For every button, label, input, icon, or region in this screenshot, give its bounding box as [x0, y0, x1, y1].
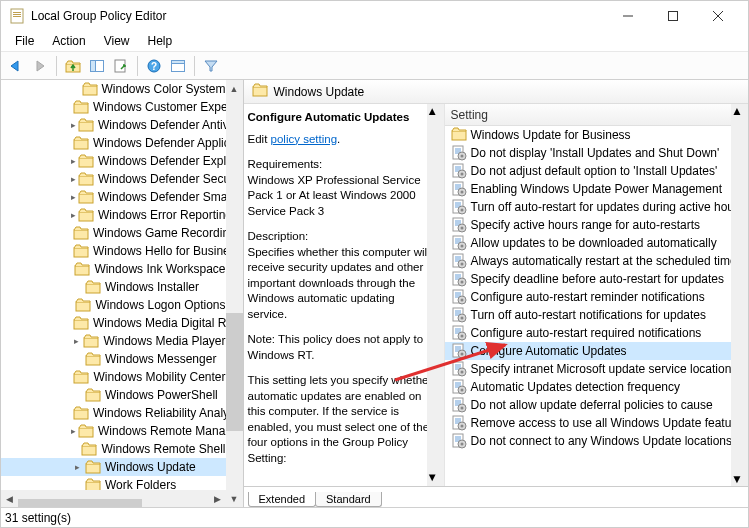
settings-list-column: Setting Windows Update for BusinessDo no… — [444, 104, 748, 486]
menu-file[interactable]: File — [7, 32, 42, 50]
expander-icon[interactable] — [71, 281, 83, 293]
tree-item[interactable]: ▸Windows Media Player — [1, 332, 226, 350]
expander-icon[interactable]: ▸ — [71, 155, 76, 167]
expander-icon[interactable] — [71, 83, 80, 95]
show-hide-tree-button[interactable] — [86, 55, 108, 77]
expander-icon[interactable] — [71, 299, 73, 311]
setting-row[interactable]: Specify intranet Microsoft update servic… — [445, 360, 748, 378]
expander-icon[interactable]: ▸ — [71, 173, 76, 185]
tree-item[interactable]: Work Folders — [1, 476, 226, 490]
policy-icon — [451, 397, 467, 413]
tree-item[interactable]: Windows Remote Shell — [1, 440, 226, 458]
setting-row[interactable]: Automatic Updates detection frequency — [445, 378, 748, 396]
setting-row[interactable]: Configure Automatic Updates — [445, 342, 748, 360]
setting-row[interactable]: Always automatically restart at the sche… — [445, 252, 748, 270]
tree-item[interactable]: ▸Windows Defender Security Center — [1, 170, 226, 188]
scroll-down-icon[interactable]: ▼ — [427, 470, 444, 486]
expander-icon[interactable]: ▸ — [71, 425, 76, 437]
requirements-label: Requirements: — [248, 158, 323, 170]
expander-icon[interactable] — [71, 389, 83, 401]
settings-list[interactable]: Windows Update for BusinessDo not displa… — [445, 126, 748, 486]
menu-help[interactable]: Help — [140, 32, 181, 50]
menu-view[interactable]: View — [96, 32, 138, 50]
tree-horizontal-scrollbar[interactable]: ◀ ▶ — [1, 490, 226, 507]
expander-icon[interactable] — [71, 443, 79, 455]
menu-action[interactable]: Action — [44, 32, 93, 50]
forward-button[interactable] — [29, 55, 51, 77]
setting-label: Configure auto-restart reminder notifica… — [471, 290, 705, 304]
expander-icon[interactable]: ▸ — [71, 119, 76, 131]
tree-item[interactable]: Windows Hello for Business — [1, 242, 226, 260]
setting-row[interactable]: Windows Update for Business — [445, 126, 748, 144]
tree-item[interactable]: Windows Installer — [1, 278, 226, 296]
scroll-left-icon[interactable]: ◀ — [1, 490, 18, 507]
setting-row[interactable]: Allow updates to be downloaded automatic… — [445, 234, 748, 252]
tree-item[interactable]: Windows PowerShell — [1, 386, 226, 404]
tree-item[interactable]: Windows Ink Workspace — [1, 260, 226, 278]
setting-row[interactable]: Turn off auto-restart notifications for … — [445, 306, 748, 324]
tree-item[interactable]: Windows Customer Experience Improvement … — [1, 98, 226, 116]
scroll-down-icon[interactable]: ▼ — [731, 472, 748, 486]
tree-item[interactable]: Windows Defender Application Guard — [1, 134, 226, 152]
tree-item[interactable]: ▸Windows Update — [1, 458, 226, 476]
scroll-right-icon[interactable]: ▶ — [209, 490, 226, 507]
scroll-up-icon[interactable]: ▲ — [427, 104, 444, 120]
folder-icon — [85, 388, 101, 402]
tree-item[interactable]: ▸Windows Defender Exploit Guard — [1, 152, 226, 170]
expander-icon[interactable] — [71, 263, 72, 275]
edit-policy-link[interactable]: policy setting — [271, 133, 337, 145]
tree-item[interactable]: ▸Windows Error Reporting — [1, 206, 226, 224]
tree-item[interactable]: Windows Game Recording and Broadcasting — [1, 224, 226, 242]
properties-button[interactable] — [167, 55, 189, 77]
tree-item[interactable]: Windows Logon Options — [1, 296, 226, 314]
setting-row[interactable]: Turn off auto-restart for updates during… — [445, 198, 748, 216]
detail-vertical-scrollbar[interactable]: ▲ ▼ — [427, 104, 444, 486]
minimize-button[interactable] — [605, 1, 650, 31]
tree-item[interactable]: Windows Reliability Analysis — [1, 404, 226, 422]
expander-icon[interactable]: ▸ — [71, 335, 81, 347]
folder-icon — [73, 316, 89, 330]
tab-standard[interactable]: Standard — [315, 492, 382, 507]
setting-row[interactable]: Specify active hours range for auto-rest… — [445, 216, 748, 234]
filter-button[interactable] — [200, 55, 222, 77]
export-list-button[interactable] — [110, 55, 132, 77]
expander-icon[interactable]: ▸ — [71, 191, 76, 203]
settings-list-header[interactable]: Setting — [445, 104, 748, 126]
tree-item[interactable]: ▸Windows Defender SmartScreen — [1, 188, 226, 206]
expander-icon[interactable]: ▸ — [71, 461, 83, 473]
setting-row[interactable]: Do not connect to any Windows Update loc… — [445, 432, 748, 450]
settings-vertical-scrollbar[interactable]: ▲ ▼ — [731, 104, 748, 486]
close-button[interactable] — [695, 1, 740, 31]
tree-item[interactable]: ▸Windows Defender Antivirus — [1, 116, 226, 134]
scroll-up-icon[interactable]: ▲ — [731, 104, 748, 118]
tree-item[interactable]: ▸Windows Remote Management (WinRM) — [1, 422, 226, 440]
tree-view[interactable]: Windows Color SystemWindows Customer Exp… — [1, 80, 226, 490]
setting-row[interactable]: Do not adjust default option to 'Install… — [445, 162, 748, 180]
maximize-button[interactable] — [650, 1, 695, 31]
svg-rect-34 — [74, 410, 88, 419]
setting-row[interactable]: Enabling Windows Update Power Management — [445, 180, 748, 198]
setting-row[interactable]: Do not allow update deferral policies to… — [445, 396, 748, 414]
status-text: 31 setting(s) — [5, 511, 71, 525]
tab-extended[interactable]: Extended — [248, 492, 316, 507]
tree-item[interactable]: Windows Mobility Center — [1, 368, 226, 386]
tree-vertical-scrollbar[interactable]: ▲ ▼ — [226, 80, 243, 507]
help-button[interactable]: ? — [143, 55, 165, 77]
setting-row[interactable]: Remove access to use all Windows Update … — [445, 414, 748, 432]
svg-rect-37 — [86, 464, 100, 473]
setting-row[interactable]: Configure auto-restart required notifica… — [445, 324, 748, 342]
expander-icon[interactable]: ▸ — [71, 209, 76, 221]
tree-item[interactable]: Windows Messenger — [1, 350, 226, 368]
setting-row[interactable]: Do not display 'Install Updates and Shut… — [445, 144, 748, 162]
tree-item[interactable]: Windows Media Digital Rights Management — [1, 314, 226, 332]
back-button[interactable] — [5, 55, 27, 77]
expander-icon[interactable] — [71, 479, 83, 490]
tree-item[interactable]: Windows Color System — [1, 80, 226, 98]
setting-row[interactable]: Specify deadline before auto-restart for… — [445, 270, 748, 288]
scroll-down-icon[interactable]: ▼ — [226, 490, 243, 507]
expander-icon[interactable] — [71, 353, 83, 365]
tree-item-label: Windows Media Digital Rights Management — [93, 316, 226, 330]
up-button[interactable] — [62, 55, 84, 77]
scroll-up-icon[interactable]: ▲ — [226, 80, 243, 97]
setting-row[interactable]: Configure auto-restart reminder notifica… — [445, 288, 748, 306]
